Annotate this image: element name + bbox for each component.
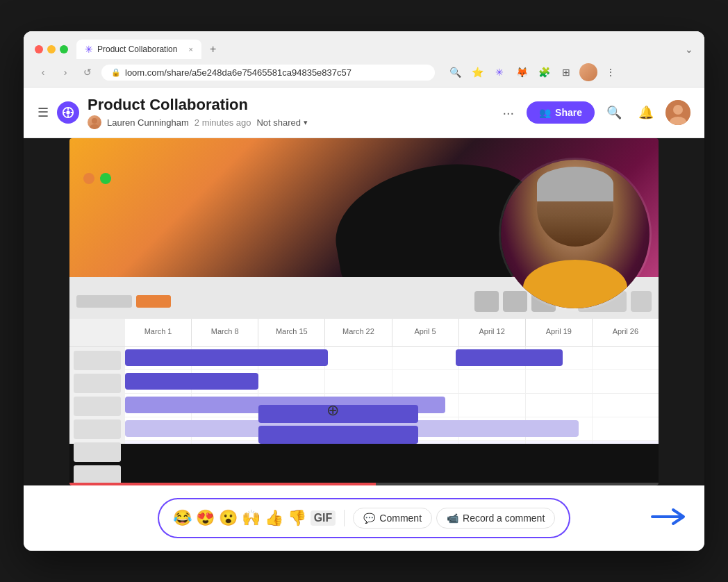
sharing-status[interactable]: Not shared ▾ [256,117,308,128]
reload-button[interactable]: ↺ [79,64,96,81]
close-button[interactable] [35,45,43,53]
raised-hands-emoji[interactable]: 🙌 [242,509,260,527]
video-title: Product Collaboration [88,96,488,114]
lock-icon: 🔒 [111,68,121,77]
gantt-header: March 1 March 8 March 15 March 22 April … [125,319,659,347]
more-options-button[interactable]: ··· [497,102,520,124]
back-button[interactable]: ‹ [35,64,51,81]
new-tab-button[interactable]: + [204,40,222,58]
svg-point-7 [90,124,99,129]
search-browser-icon[interactable]: 🔍 [446,63,464,81]
maximize-button[interactable] [60,45,68,53]
comment-button[interactable]: 💬 Comment [353,508,432,529]
tab-loom-icon: ✳ [85,44,93,55]
forward-button[interactable]: › [57,64,74,81]
notification-button[interactable]: 🔔 [634,100,659,125]
reaction-bar: 😂 😍 😮 🙌 👍 👎 GIF 💬 Comment 📹 Record a com… [159,499,570,537]
share-icon: 👥 [539,107,551,118]
record-label: Record a comment [463,513,545,524]
reading-mode-icon[interactable]: ⊞ [557,63,575,81]
bookmark-icon[interactable]: ⭐ [468,63,486,81]
laugh-emoji[interactable]: 😂 [173,509,192,527]
share-label: Share [555,107,582,118]
crosshair-cursor: ⊕ [326,401,339,419]
traffic-lights [35,45,68,53]
record-comment-button[interactable]: 📹 Record a comment [436,508,555,529]
face-cam [499,158,652,310]
minimize-button[interactable] [47,45,56,53]
hamburger-menu[interactable]: ☰ [38,105,49,120]
arrow-indicator [649,503,690,533]
address-text: loom.com/share/a5e248da6e75465581ca94835… [125,67,351,78]
more-browser-options[interactable]: ⋮ [602,63,620,81]
svg-point-9 [673,105,683,115]
thumbs-up-emoji[interactable]: 👍 [265,509,283,527]
video-player[interactable]: March 1 March 8 March 15 March 22 April … [69,138,659,485]
heart-eyes-emoji[interactable]: 😍 [196,509,215,527]
author-name: Lauren Cunningham [107,117,189,128]
comment-icon: 💬 [363,513,375,524]
surprised-emoji[interactable]: 😮 [219,509,238,527]
tab-close-button[interactable]: × [189,45,193,53]
svg-point-6 [92,118,97,124]
profile-avatar[interactable] [579,63,597,81]
time-ago: 2 minutes ago [195,117,251,128]
window-controls: ⌄ [685,44,693,55]
loom-extension-icon[interactable]: ✳ [490,63,508,81]
svg-point-1 [66,110,69,114]
share-button[interactable]: 👥 Share [527,101,595,124]
user-avatar[interactable] [665,100,690,125]
tab-bar: ✳ Product Collaboration × + [76,40,222,59]
gif-button[interactable]: GIF [311,510,336,526]
not-shared-label: Not shared [256,117,301,128]
loom-header: ☰ Product Collaboration [24,88,704,138]
record-icon: 📹 [447,513,458,524]
reaction-bar-area: 😂 😍 😮 🙌 👍 👎 GIF 💬 Comment 📹 Record a com… [24,485,704,551]
comment-label: Comment [379,513,422,524]
thumbs-down-emoji[interactable]: 👎 [288,509,306,527]
active-tab[interactable]: ✳ Product Collaboration × [76,40,201,59]
loom-logo [57,101,79,124]
search-button[interactable]: 🔍 [602,100,627,125]
metamask-icon[interactable]: 🦊 [513,63,531,81]
chevron-down-icon: ▾ [304,118,308,127]
gantt-sidebar [69,319,125,444]
gantt-grid [125,347,659,444]
address-bar[interactable]: 🔒 loom.com/share/a5e248da6e75465581ca948… [101,65,435,81]
tab-title: Product Collaboration [97,44,177,54]
author-avatar [88,115,101,129]
extensions-icon[interactable]: 🧩 [535,63,553,81]
